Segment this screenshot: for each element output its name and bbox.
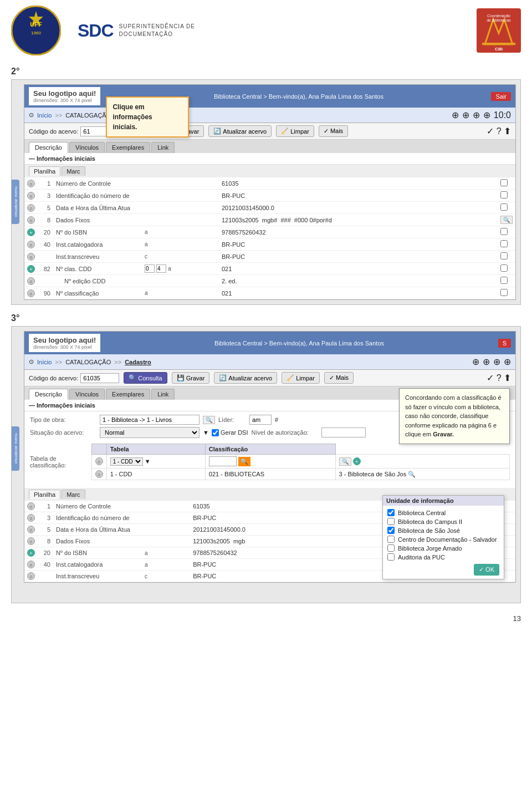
- nav-icon-3[interactable]: ⊕: [473, 110, 480, 120]
- visualizar-menu-2[interactable]: visualizar menu: [12, 180, 19, 224]
- mais-btn-3[interactable]: ✓ Mais: [324, 372, 354, 384]
- cbi-logo: CBI Coordenação de Bibliotecas: [477, 8, 521, 53]
- tab-link-3[interactable]: Link: [151, 389, 175, 400]
- row-toggle[interactable]: ○: [27, 204, 35, 212]
- row-checkbox[interactable]: [500, 277, 508, 284]
- nav-icon-1[interactable]: ⊕: [452, 110, 459, 120]
- visualizar-menu-3[interactable]: visualizar menu: [12, 426, 19, 471]
- popup-check-6[interactable]: [387, 553, 395, 561]
- class-row-toggle-2[interactable]: ○: [95, 470, 103, 478]
- row-checkbox[interactable]: [500, 240, 508, 247]
- tab-vinculos-2[interactable]: Vínculos: [69, 142, 105, 153]
- nav-inicio-3[interactable]: Início: [37, 359, 52, 365]
- class-row-toggle[interactable]: ○: [95, 457, 103, 465]
- tab-vinculos-3[interactable]: Vínculos: [69, 389, 105, 400]
- class-extra-btn[interactable]: 🔍: [339, 457, 351, 466]
- screenshot-2: visualizar menu Seu logotipo aqui! dimen…: [11, 79, 521, 305]
- tab-descricao-3[interactable]: Descrição: [29, 389, 68, 400]
- situacao-select[interactable]: Normal: [100, 427, 200, 438]
- field-0[interactable]: [145, 264, 155, 273]
- nav-icon-3b[interactable]: ⊕: [483, 357, 490, 367]
- popup-check-3[interactable]: [387, 527, 395, 534]
- row-checkbox[interactable]: [500, 264, 508, 272]
- tab-exemplares-3[interactable]: Exemplares: [106, 389, 150, 400]
- row-checkbox[interactable]: [500, 203, 508, 211]
- tipo-input[interactable]: [100, 415, 200, 425]
- row-toggle[interactable]: +: [27, 549, 35, 557]
- field-4[interactable]: [156, 264, 166, 273]
- exit-button-3[interactable]: S: [498, 339, 511, 348]
- row-toggle[interactable]: +: [27, 228, 35, 236]
- sub-tab-marc-2[interactable]: Marc: [62, 166, 85, 176]
- gravar-btn-3[interactable]: 💾 Gravar: [172, 372, 210, 384]
- row-toggle[interactable]: ○: [27, 253, 35, 261]
- popup-item-3: Biblioteca de São José: [387, 527, 499, 534]
- tab-descricao-2[interactable]: Descrição: [29, 142, 68, 153]
- limpar-btn-3[interactable]: 🧹 Limpar: [282, 372, 320, 384]
- popup-check-5[interactable]: [387, 544, 395, 552]
- row-checkbox[interactable]: [500, 289, 508, 296]
- row-checkbox[interactable]: [500, 252, 508, 259]
- table-row: ○ Nº edição CDD 2. ed.: [24, 275, 515, 287]
- sub-tab-planilha-2[interactable]: Planilha: [29, 166, 60, 176]
- svg-text:CBI: CBI: [495, 47, 503, 52]
- nav-icon-3a[interactable]: ⊕: [472, 357, 479, 367]
- row-toggle[interactable]: ○: [27, 216, 35, 224]
- class-add-btn[interactable]: +: [353, 457, 361, 465]
- row-toggle[interactable]: ○: [27, 289, 35, 297]
- nav-icon-3d[interactable]: ⊕: [504, 357, 511, 367]
- row-toggle[interactable]: +: [27, 265, 35, 273]
- row-checkbox[interactable]: [500, 228, 508, 235]
- row-toggle[interactable]: ○: [27, 514, 35, 522]
- row-checkbox[interactable]: [500, 179, 508, 186]
- consulta-btn-3[interactable]: 🔍 Consulta: [124, 372, 167, 384]
- row-toggle[interactable]: ○: [27, 502, 35, 510]
- nav-icon-4[interactable]: ⊕: [483, 110, 490, 120]
- row-toggle[interactable]: ○: [27, 537, 35, 545]
- nivel-input[interactable]: [321, 427, 366, 437]
- row-toggle[interactable]: ○: [27, 561, 35, 568]
- app-logo-3: Seu logotipo aqui! dimensões: 300 X 74 p…: [29, 334, 100, 352]
- class-tabela-select[interactable]: 1 - CDD: [110, 457, 143, 466]
- sub-tab-marc-3[interactable]: Marc: [62, 490, 85, 499]
- nav-icon-3c[interactable]: ⊕: [493, 357, 500, 367]
- codigo-input-3[interactable]: [80, 373, 119, 383]
- nav-inicio-2[interactable]: Início: [37, 112, 52, 119]
- app-window-2: Seu logotipo aqui! dimensões: 300 X 74 p…: [24, 84, 516, 300]
- app-logo-2: Seu logotipo aqui! dimensões: 300 X 74 p…: [29, 87, 100, 105]
- table-row: ○ 5 Data e Hora da Última Atua 201210031…: [24, 202, 515, 214]
- atualizar-btn-2[interactable]: 🔄 Atualizar acervo: [208, 125, 272, 137]
- tab-exemplares-2[interactable]: Exemplares: [106, 142, 150, 153]
- situacao-label: Situação do acervo:: [30, 429, 96, 436]
- nav-icon-2[interactable]: ⊕: [462, 110, 469, 120]
- sdc-logo: SDC SUPERINTENDÊNCIA DE DOCUMENTAÇÃO: [78, 21, 195, 41]
- atualizar-btn-3[interactable]: 🔄 Atualizar acervo: [214, 372, 277, 384]
- row-toggle[interactable]: ○: [27, 277, 35, 285]
- tipo-search-btn[interactable]: 🔍: [203, 416, 215, 424]
- class-search-btn[interactable]: 🔍: [238, 457, 250, 466]
- row-checkbox[interactable]: [500, 191, 508, 198]
- exit-button-2[interactable]: Sair: [491, 92, 511, 101]
- row-toggle[interactable]: ○: [27, 241, 35, 248]
- row-toggle[interactable]: ○: [27, 526, 35, 533]
- tab-link-2[interactable]: Link: [151, 142, 175, 153]
- popup-ok-btn[interactable]: ✓ OK: [474, 564, 499, 576]
- popup-check-1[interactable]: [387, 509, 395, 516]
- row-toggle[interactable]: ○: [27, 192, 35, 200]
- popup-check-4[interactable]: [387, 536, 395, 543]
- search-btn[interactable]: 🔍: [500, 216, 513, 224]
- limpar-btn-2[interactable]: 🧹 Limpar: [276, 125, 314, 137]
- lider-input[interactable]: [249, 415, 272, 425]
- gerar-dsi-check[interactable]: Gerar DSI: [212, 429, 248, 436]
- nav-cadastro-3: Cadastro: [125, 359, 151, 365]
- svg-rect-6: [482, 43, 515, 45]
- class-code-input[interactable]: [209, 456, 237, 466]
- mais-btn-2[interactable]: ✓ Mais: [319, 125, 348, 137]
- page3-label: 3°: [11, 313, 521, 323]
- popup-check-2[interactable]: [387, 518, 395, 525]
- row-toggle[interactable]: ○: [27, 180, 35, 187]
- popup-item-6: Auditoria da PUC: [387, 553, 499, 561]
- svg-text:de Bibliotecas: de Bibliotecas: [487, 18, 511, 22]
- row-toggle[interactable]: ○: [27, 572, 35, 580]
- sub-tab-planilha-3[interactable]: Planilha: [29, 490, 60, 499]
